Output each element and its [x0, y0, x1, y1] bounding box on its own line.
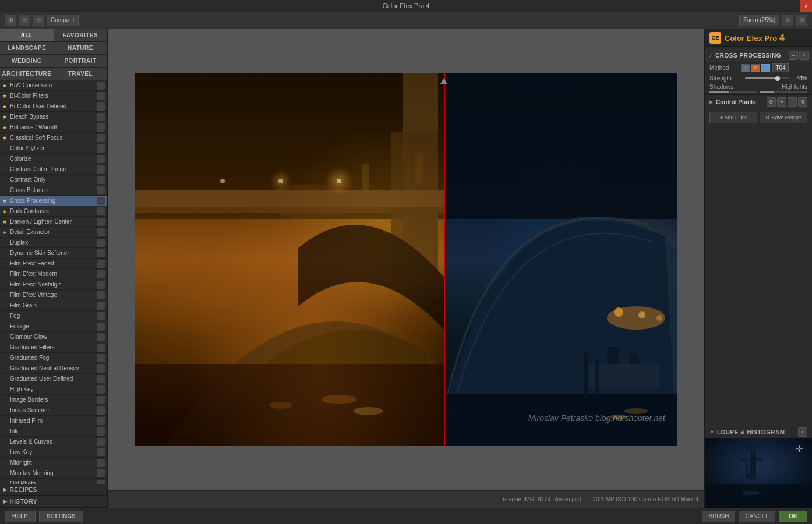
filter-item[interactable]: Contrast Only	[0, 175, 107, 185]
filter-item[interactable]: Graduated Fillers	[0, 342, 107, 353]
filter-item[interactable]: ★Classical Soft Focus	[0, 133, 107, 143]
category-architecture[interactable]: ARCHITECTURE	[0, 68, 54, 80]
panel-app-title: Color Efex Pro 4	[725, 33, 785, 43]
filter-item[interactable]: Graduated Fog	[0, 353, 107, 363]
filter-item[interactable]: ★Brilliance / Warmth	[0, 122, 107, 133]
filter-item[interactable]: Film Efex: Nostalgic	[0, 279, 107, 290]
filter-item[interactable]: Film Grain	[0, 300, 107, 311]
filter-item[interactable]: Color Stylizer	[0, 143, 107, 154]
section-actions: − ×	[789, 51, 809, 60]
filter-item[interactable]: ★Bleach Bypass	[0, 112, 107, 122]
filter-item[interactable]: Film Efex: Modern	[0, 269, 107, 279]
filter-item[interactable]: ★Cross Processing	[0, 196, 107, 206]
filter-item[interactable]: ★Darken / Lighten Center	[0, 217, 107, 227]
tool-icon-1[interactable]: ⊞	[5, 15, 16, 26]
highlights-slider[interactable]	[760, 91, 807, 93]
filter-item[interactable]: Foliage	[0, 321, 107, 332]
filter-item[interactable]: Monday Morning	[0, 468, 107, 479]
category-portrait[interactable]: PORTRAIT	[54, 55, 107, 68]
filter-item[interactable]: Midnight	[0, 458, 107, 468]
filter-item[interactable]: ★Bi-Color Filters	[0, 91, 107, 101]
collapse-btn[interactable]: −	[789, 51, 798, 60]
filter-preview-icon	[97, 123, 105, 132]
image-filename: Prague-IMG_8279-oloneo.psd	[503, 496, 581, 502]
filter-item[interactable]: Graduated Neutral Density	[0, 363, 107, 374]
history-section[interactable]: ▶ HISTORY	[0, 496, 107, 508]
shadows-label: Shadows	[709, 84, 757, 90]
cp-delete-btn[interactable]: −	[788, 97, 797, 107]
filter-item[interactable]: Indian Summer	[0, 405, 107, 416]
loupe-header[interactable]: ▼ LOUPE & HISTOGRAM ×	[705, 426, 812, 438]
cross-processing-header[interactable]: ✓ CROSS PROCESSING − ×	[705, 49, 812, 62]
filter-item[interactable]: Graduated User Defined	[0, 374, 107, 384]
save-recipe-button[interactable]: ↺ Save Recipe	[760, 112, 807, 123]
filter-item[interactable]: ★Detail Extractor	[0, 227, 107, 238]
filter-item[interactable]: Low Key	[0, 447, 107, 458]
grid-icon[interactable]: ⊞	[796, 15, 807, 26]
strength-slider[interactable]	[745, 77, 789, 79]
divider-handle[interactable]	[440, 78, 447, 84]
category-favorites[interactable]: FAVORITES	[54, 29, 107, 42]
ok-button[interactable]: OK	[779, 511, 807, 522]
left-image-overlay	[135, 73, 444, 446]
help-button[interactable]: HELP	[5, 511, 36, 522]
filter-item[interactable]: Fog	[0, 311, 107, 321]
settings-button[interactable]: SETTINGS	[39, 511, 83, 522]
filter-preview-icon	[97, 92, 105, 100]
filter-item[interactable]: Image Borders	[0, 395, 107, 405]
filter-item[interactable]: ★Bi-Color User Defined	[0, 101, 107, 112]
image-left	[135, 73, 444, 446]
filter-item[interactable]: Ink	[0, 426, 107, 437]
filter-item[interactable]: Film Efex: Faded	[0, 259, 107, 269]
recipes-section[interactable]: ▶ RECIPES	[0, 484, 107, 496]
check-icon: ✓	[708, 52, 713, 59]
category-landscape[interactable]: LANDSCAPE	[0, 42, 54, 55]
loupe-close-btn[interactable]: ×	[798, 427, 807, 437]
filter-item[interactable]: Levels & Curves	[0, 437, 107, 447]
close-button[interactable]: ×	[800, 0, 812, 12]
cp-duplicate-btn[interactable]: +	[777, 97, 786, 107]
filter-item[interactable]: Dynamic Skin Softener	[0, 248, 107, 259]
method-btn-3[interactable]: III	[761, 64, 770, 72]
cp-add-btn[interactable]: ⊕	[767, 97, 776, 107]
filter-preview-icon	[97, 375, 105, 383]
close-filter-btn[interactable]: ×	[799, 51, 809, 60]
divider-line[interactable]	[444, 73, 445, 446]
tool-icon-3[interactable]: ▭	[33, 15, 44, 26]
category-travel[interactable]: TRAVEL	[54, 68, 107, 80]
svg-point-20	[614, 307, 623, 317]
filter-item[interactable]: High Key	[0, 384, 107, 395]
filter-name-label: Graduated Neutral Density	[10, 365, 97, 371]
method-btn-2[interactable]: II	[751, 64, 760, 72]
brush-button[interactable]: BRUSH	[702, 511, 735, 522]
zoom-button[interactable]: Zoom (25%)	[739, 15, 779, 26]
filter-item[interactable]: Duplex	[0, 238, 107, 248]
method-code[interactable]: T04	[772, 63, 789, 72]
shadows-slider[interactable]	[709, 91, 757, 93]
filter-item[interactable]: Contrast Color Range	[0, 164, 107, 175]
category-wedding[interactable]: WEDDING	[0, 55, 54, 68]
filter-item[interactable]: Film Efex: Vintage	[0, 290, 107, 300]
filter-item[interactable]: Infrared Film	[0, 416, 107, 426]
filter-item[interactable]: Glamour Glow	[0, 332, 107, 342]
cancel-button[interactable]: CANCEL	[739, 511, 775, 522]
filter-preview-icon	[97, 176, 105, 184]
strength-row: Strength 74%	[705, 74, 812, 83]
compare-button[interactable]: Compare	[47, 15, 79, 26]
category-nature[interactable]: NATURE	[54, 42, 107, 55]
category-all[interactable]: ALL	[0, 29, 54, 42]
filter-item[interactable]: ★Dark Contrasts	[0, 206, 107, 217]
add-filter-button[interactable]: + Add Filter	[709, 112, 757, 123]
filter-item[interactable]: Cross Balance	[0, 185, 107, 196]
filter-item[interactable]: Old Photo	[0, 479, 107, 484]
filter-preview-icon	[97, 144, 105, 153]
tool-icon-2[interactable]: ▭	[19, 15, 30, 26]
method-btn-1[interactable]: I	[741, 64, 750, 72]
cp-settings-btn[interactable]: ⚙	[798, 97, 807, 107]
filter-item[interactable]: Colorize	[0, 154, 107, 164]
fit-icon[interactable]: ⊕	[782, 15, 793, 26]
filter-name-label: Dynamic Skin Softener	[10, 250, 97, 256]
app-title: Color Efex Pro 4	[383, 2, 430, 9]
filter-item[interactable]: ★B/W Conversion	[0, 80, 107, 91]
shadow-highlight-row: Shadows Highlights	[705, 83, 812, 94]
